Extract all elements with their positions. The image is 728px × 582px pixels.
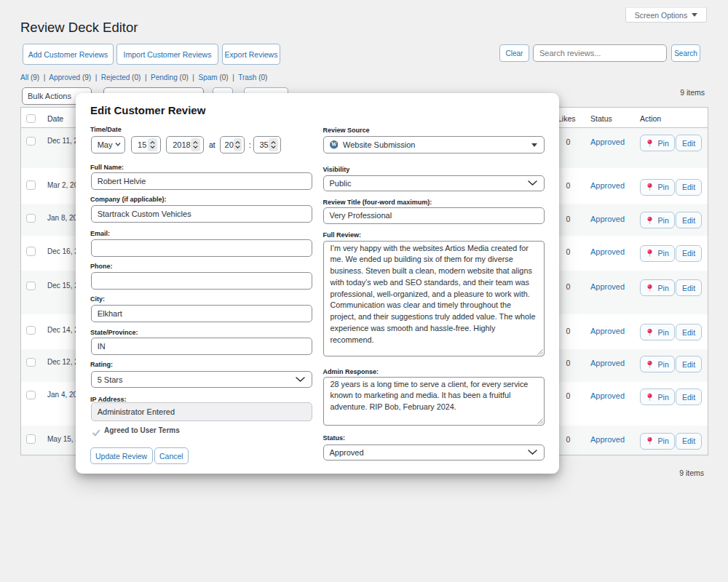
svg-text:W: W xyxy=(331,142,337,148)
